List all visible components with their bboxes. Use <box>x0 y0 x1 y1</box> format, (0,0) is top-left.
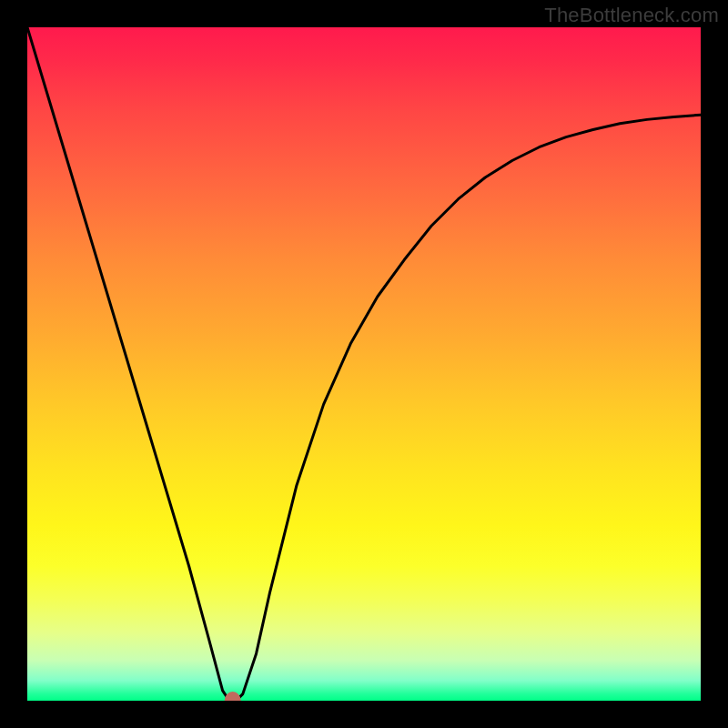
marker-optimum-point <box>225 692 241 701</box>
bottleneck-chart <box>27 27 701 701</box>
chart-frame: TheBottleneck.com <box>0 0 728 728</box>
watermark-label: TheBottleneck.com <box>544 4 719 27</box>
plot-area <box>27 27 701 701</box>
series-bottleneck-curve <box>27 27 701 701</box>
